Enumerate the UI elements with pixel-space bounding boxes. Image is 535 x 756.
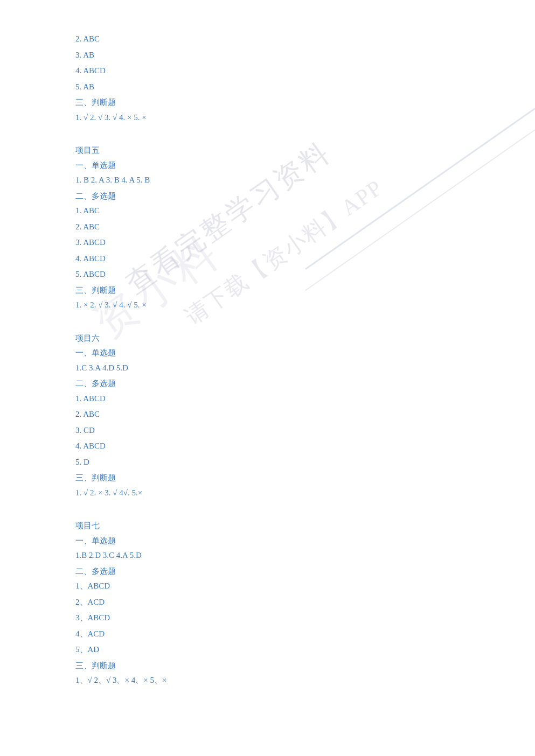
section-5-multi-1: 1. ABC: [75, 204, 460, 218]
section-6-multi-3: 3. CD: [75, 424, 460, 438]
section-7-multi-header: 二、多选题: [75, 565, 460, 579]
section-5-multi-3: 3. ABCD: [75, 236, 460, 250]
line-cont-1: 2. ABC: [75, 32, 460, 46]
section-6-multi-header: 二、多选题: [75, 377, 460, 391]
section-7-judge: 1、√ 2、√ 3、× 4、× 5、×: [75, 674, 460, 688]
section-5-judge: 1. × 2. √ 3. √ 4. √ 5. ×: [75, 298, 460, 312]
section-6-multi-1: 1. ABCD: [75, 392, 460, 406]
section-5-single-header: 一、单选题: [75, 159, 460, 173]
section-6-title: 项目六: [75, 332, 460, 346]
section-6-multi-2: 2. ABC: [75, 408, 460, 422]
line-cont-4: 5. AB: [75, 80, 460, 94]
line-cont-2: 3. AB: [75, 48, 460, 62]
section-7-multi-1: 1、ABCD: [75, 579, 460, 593]
spacer-3: [75, 502, 460, 510]
line-cont-3: 4. ABCD: [75, 64, 460, 78]
section-7-multi-3: 3、ABCD: [75, 611, 460, 625]
section-6-single-header: 一、单选题: [75, 346, 460, 360]
page-content: 2. ABC 3. AB 4. ABCD 5. AB 三、判断题 1. √ 2.…: [0, 0, 535, 722]
section-7-multi-2: 2、ACD: [75, 596, 460, 610]
section-7-title: 项目七: [75, 519, 460, 533]
section-7-single-answers: 1.B 2.D 3.C 4.A 5.D: [75, 549, 460, 563]
section-7: 项目七 一、单选题 1.B 2.D 3.C 4.A 5.D 二、多选题 1、AB…: [75, 519, 460, 688]
section-6: 项目六 一、单选题 1.C 3.A 4.D 5.D 二、多选题 1. ABCD …: [75, 332, 460, 500]
section-5: 项目五 一、单选题 1. B 2. A 3. B 4. A 5. B 二、多选题…: [75, 144, 460, 312]
line-cont-judge: 1. √ 2. √ 3. √ 4. × 5. ×: [75, 111, 460, 125]
section-5-multi-header: 二、多选题: [75, 190, 460, 204]
section-6-single-answers: 1.C 3.A 4.D 5.D: [75, 361, 460, 375]
section-7-multi-5: 5、AD: [75, 643, 460, 657]
section-7-multi-4: 4、ACD: [75, 627, 460, 641]
section-5-title: 项目五: [75, 144, 460, 158]
section-6-judge-header: 三、判断题: [75, 471, 460, 485]
section-6-multi-5: 5. D: [75, 456, 460, 470]
continuation-section: 2. ABC 3. AB 4. ABCD 5. AB 三、判断题 1. √ 2.…: [75, 32, 460, 124]
section-6-judge: 1. √ 2. × 3. √ 4√. 5.×: [75, 486, 460, 500]
spacer-2: [75, 314, 460, 323]
section-6-multi-4: 4. ABCD: [75, 439, 460, 453]
spacer-1: [75, 127, 460, 135]
section-7-judge-header: 三、判断题: [75, 659, 460, 673]
section-5-judge-header: 三、判断题: [75, 284, 460, 298]
section-7-single-header: 一、单选题: [75, 534, 460, 548]
section-5-multi-2: 2. ABC: [75, 220, 460, 234]
section-5-single-answers: 1. B 2. A 3. B 4. A 5. B: [75, 173, 460, 187]
line-cont-judge-header: 三、判断题: [75, 96, 460, 110]
section-5-multi-5: 5. ABCD: [75, 268, 460, 282]
section-5-multi-4: 4. ABCD: [75, 252, 460, 266]
